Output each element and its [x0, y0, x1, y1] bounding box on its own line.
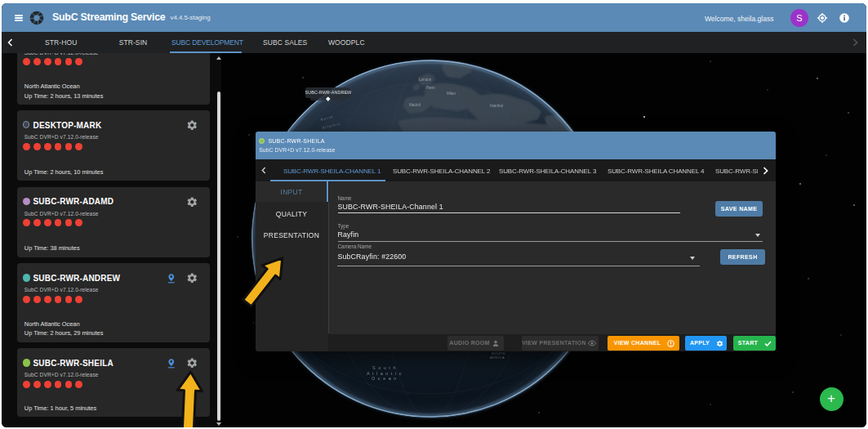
svg-text:North: North: [320, 114, 334, 122]
svg-text:Milan: Milan: [447, 92, 456, 96]
svg-text:Atlantic: Atlantic: [322, 121, 341, 129]
svg-text:Madrid: Madrid: [409, 103, 421, 107]
svg-text:Paris: Paris: [426, 86, 435, 90]
svg-text:London: London: [419, 78, 432, 82]
svg-text:Istanbul: Istanbul: [490, 104, 503, 108]
svg-text:AFRICA: AFRICA: [490, 355, 505, 360]
